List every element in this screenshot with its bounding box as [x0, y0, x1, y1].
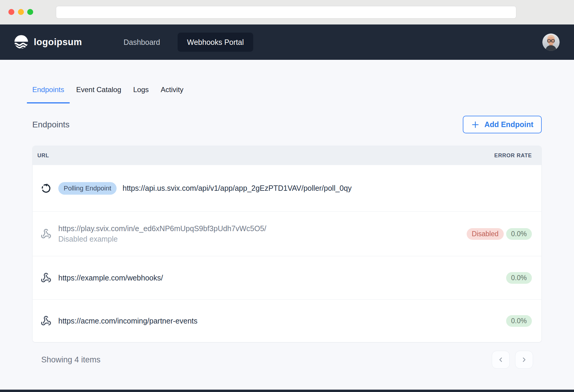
endpoint-row-disabled[interactable]: https://play.svix.com/in/e_ed6xNP6mUpqS9…: [33, 211, 541, 256]
endpoint-url: https://play.svix.com/in/e_ed6xNP6mUpqS9…: [58, 224, 266, 233]
endpoint-row-metrics: 0.0%: [506, 315, 532, 327]
section-header: Endpoints Add Endpoint: [32, 116, 542, 133]
polling-endpoint-icon: [40, 183, 52, 194]
browser-address-bar[interactable]: [56, 6, 516, 19]
traffic-light-maximize-button[interactable]: [27, 9, 33, 15]
endpoint-url: https://api.us.svix.com/api/v1/app/app_2…: [123, 184, 352, 193]
error-rate-badge: 0.0%: [506, 315, 532, 327]
prev-page-button[interactable]: [492, 351, 510, 369]
chevron-left-icon: [497, 356, 504, 363]
add-endpoint-label: Add Endpoint: [484, 120, 533, 129]
plus-icon: [471, 121, 480, 129]
endpoint-url: https://example.com/webhooks/: [58, 274, 163, 282]
tab-endpoints[interactable]: Endpoints: [27, 86, 70, 103]
polling-endpoint-badge: Polling Endpoint: [58, 182, 117, 195]
endpoint-row-content: Polling Endpoint https://api.us.svix.com…: [58, 182, 532, 195]
endpoints-table: URL ERROR RATE Polling Endpoint https://…: [32, 146, 542, 342]
nav-items: Dashboard Webhooks Portal: [122, 33, 253, 52]
tab-activity[interactable]: Activity: [155, 86, 189, 103]
endpoint-row[interactable]: https://example.com/webhooks/ 0.0%: [33, 256, 541, 299]
endpoint-row-metrics: 0.0%: [506, 272, 532, 284]
endpoint-row-polling[interactable]: Polling Endpoint https://api.us.svix.com…: [33, 165, 541, 211]
items-count: Showing 4 items: [41, 355, 100, 364]
webhook-icon: [40, 272, 52, 283]
portal-tabs: Endpoints Event Catalog Logs Activity: [27, 86, 542, 103]
endpoint-description: Disabled example: [58, 235, 118, 243]
error-rate-badge: 0.0%: [506, 272, 532, 284]
app-window: logoipsum Dashboard Webhooks Portal: [0, 0, 574, 392]
nav-item-dashboard[interactable]: Dashboard: [122, 38, 161, 47]
table-footer: Showing 4 items: [32, 351, 542, 369]
next-page-button[interactable]: [515, 351, 533, 369]
user-avatar[interactable]: [542, 33, 560, 51]
tab-event-catalog[interactable]: Event Catalog: [71, 86, 127, 103]
nav-item-webhooks-portal[interactable]: Webhooks Portal: [178, 33, 254, 52]
webhook-icon: [40, 315, 52, 326]
webhook-icon: [40, 228, 52, 239]
browser-chrome: [0, 0, 574, 25]
traffic-light-minimize-button[interactable]: [18, 9, 24, 15]
endpoint-row-content: https://acme.com/incoming/partner-events: [58, 317, 506, 325]
main-content: Endpoints Event Catalog Logs Activity En…: [0, 86, 574, 369]
endpoint-url: https://acme.com/incoming/partner-events: [58, 317, 197, 325]
chevron-right-icon: [521, 356, 527, 363]
add-endpoint-button[interactable]: Add Endpoint: [463, 116, 542, 133]
tab-logs[interactable]: Logs: [128, 86, 154, 103]
page-title: Endpoints: [32, 120, 70, 129]
logo: logoipsum: [13, 34, 82, 50]
column-header-url: URL: [37, 152, 49, 159]
disabled-status-badge: Disabled: [467, 228, 504, 240]
endpoint-row-content: https://play.svix.com/in/e_ed6xNP6mUpqS9…: [58, 224, 467, 243]
logo-text: logoipsum: [34, 37, 82, 48]
endpoint-row-content: https://example.com/webhooks/: [58, 274, 506, 282]
endpoint-row[interactable]: https://acme.com/incoming/partner-events…: [33, 299, 541, 342]
logo-mark-icon: [13, 34, 29, 50]
page-footer-strip: [0, 390, 574, 392]
pagination: [492, 351, 533, 369]
table-header-row: URL ERROR RATE: [33, 146, 541, 165]
traffic-light-close-button[interactable]: [8, 9, 14, 15]
error-rate-badge: 0.0%: [506, 228, 532, 240]
endpoint-row-metrics: Disabled 0.0%: [467, 228, 532, 240]
column-header-error-rate: ERROR RATE: [494, 152, 532, 159]
top-navbar: logoipsum Dashboard Webhooks Portal: [0, 25, 574, 60]
